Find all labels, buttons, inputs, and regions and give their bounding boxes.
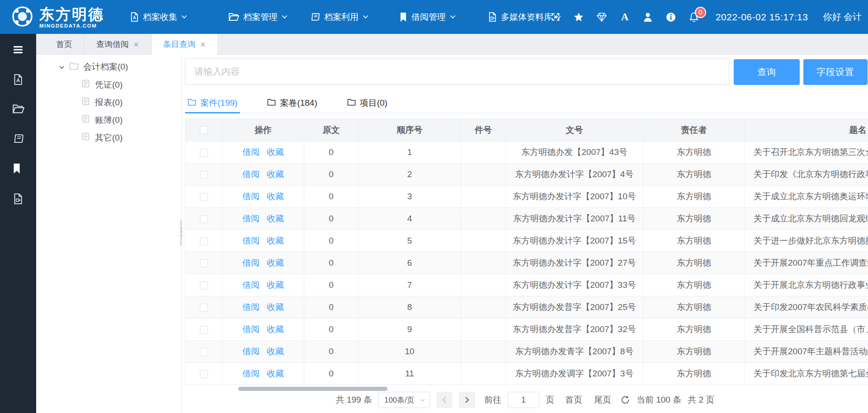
tab-home[interactable]: 首页 (44, 34, 85, 55)
cell-sequence: 4 (359, 208, 461, 230)
row-checkbox[interactable] (200, 171, 208, 179)
tree-node-accounting-archive[interactable]: 会计档案(0) (36, 58, 181, 76)
row-checkbox[interactable] (200, 304, 208, 312)
tree-node-ledger[interactable]: 账簿(0) (36, 111, 181, 129)
col-header-responsible: 责任者 (643, 119, 745, 141)
user-greeting[interactable]: 你好 会计 (823, 11, 862, 23)
prev-page-button[interactable] (436, 392, 453, 408)
info-icon[interactable] (666, 12, 676, 22)
chevron-down-icon (181, 15, 187, 19)
folder-open-icon[interactable] (12, 103, 24, 115)
tree-node-other[interactable]: 其它(0) (36, 129, 181, 146)
close-icon[interactable]: ✕ (200, 41, 206, 48)
horizontal-scrollbar[interactable] (238, 387, 387, 391)
table-row: 借阅收藏 0 8 东方明德办发普字【2007】25号 东方明德 关于印发2007… (185, 296, 868, 319)
favorite-link[interactable]: 收藏 (267, 369, 284, 378)
borrow-link[interactable]: 借阅 (242, 347, 259, 356)
cell-title: 关于印发2007年农民科学素质教 (745, 296, 868, 319)
menu-multimedia-library[interactable]: 多媒体资料库 (487, 0, 561, 34)
favorite-link[interactable]: 收藏 (267, 302, 284, 312)
cell-item-no (461, 296, 506, 319)
page-size-select[interactable]: 100条/页 (378, 392, 430, 408)
favorite-link[interactable]: 收藏 (267, 192, 284, 201)
row-checkbox[interactable] (200, 282, 208, 290)
media-file-icon[interactable] (12, 193, 24, 205)
tree-node-voucher[interactable]: 凭证(0) (36, 76, 181, 94)
row-checkbox[interactable] (200, 326, 208, 334)
borrow-link[interactable]: 借阅 (242, 192, 259, 201)
borrow-link[interactable]: 借阅 (242, 369, 259, 378)
goto-page-input[interactable] (508, 392, 539, 408)
font-size-icon[interactable]: A (620, 12, 630, 22)
subtab-projects[interactable]: 项目(0) (344, 93, 390, 113)
document-icon (82, 115, 90, 125)
cell-original: 0 (304, 363, 359, 385)
bookmark-icon[interactable] (12, 163, 24, 175)
book-icon[interactable] (12, 133, 24, 145)
chevron-down-icon (450, 15, 456, 19)
cell-sequence: 3 (359, 186, 461, 208)
favorite-link[interactable]: 收藏 (267, 347, 284, 356)
row-checkbox[interactable] (200, 348, 208, 356)
favorite-link[interactable]: 收藏 (267, 236, 284, 245)
cell-title: 关于开展全国科普示范县（市、 (745, 319, 868, 341)
favorite-link[interactable]: 收藏 (267, 214, 284, 223)
menu-borrow-manage[interactable]: 借阅管理 (399, 0, 456, 34)
row-checkbox[interactable] (200, 370, 208, 378)
file-pdf-icon[interactable] (12, 74, 24, 85)
cell-doc-no: 东方明德办发计字【2007】10号 (506, 186, 643, 208)
cell-sequence: 7 (359, 274, 461, 296)
chevron-down-icon (282, 15, 288, 19)
borrow-link[interactable]: 借阅 (242, 324, 259, 334)
hamburger-menu-icon[interactable] (12, 44, 24, 56)
cell-title: 关于印发《北京东方明德行政事 (745, 164, 868, 186)
subtab-label: 项目(0) (360, 97, 387, 109)
tab-entry-query[interactable]: 条目查询 ✕ (151, 34, 218, 55)
row-checkbox[interactable] (200, 259, 208, 268)
select-all-checkbox[interactable] (200, 126, 208, 134)
row-checkbox[interactable] (200, 237, 208, 245)
field-settings-button[interactable]: 字段设置 (803, 59, 868, 85)
gem-icon[interactable] (597, 12, 607, 22)
last-page-link[interactable]: 尾页 (594, 394, 611, 406)
notification-bell-icon[interactable]: 0 (689, 12, 699, 22)
tab-query-borrow[interactable]: 查询借阅 ✕ (85, 34, 151, 55)
menu-archive-collect[interactable]: 档案收集 (129, 0, 187, 34)
query-button[interactable]: 查询 (734, 59, 800, 85)
borrow-link[interactable]: 借阅 (242, 258, 259, 268)
borrow-link[interactable]: 借阅 (242, 214, 259, 223)
close-icon[interactable]: ✕ (133, 41, 139, 48)
cell-item-no (461, 164, 506, 186)
favorite-link[interactable]: 收藏 (267, 147, 284, 157)
borrow-link[interactable]: 借阅 (242, 147, 259, 157)
menu-archive-manage[interactable]: 档案管理 (228, 0, 288, 34)
favorite-link[interactable]: 收藏 (267, 169, 284, 179)
menu-archive-use[interactable]: 档案利用 (310, 0, 368, 34)
borrow-link[interactable]: 借阅 (242, 236, 259, 245)
row-checkbox[interactable] (200, 215, 208, 223)
file-pdf-icon (129, 12, 139, 22)
table-row: 借阅收藏 0 4 东方明德办发计字【2007】11号 东方明德 关于成立北京东方… (185, 208, 868, 230)
first-page-link[interactable]: 首页 (565, 394, 582, 406)
fullscreen-icon[interactable] (551, 12, 561, 22)
next-page-button[interactable] (459, 392, 475, 408)
caret-down-icon[interactable] (59, 62, 65, 72)
subtab-folders[interactable]: 案卷(184) (264, 93, 320, 113)
borrow-link[interactable]: 借阅 (242, 280, 259, 290)
borrow-link[interactable]: 借阅 (242, 169, 259, 179)
row-checkbox[interactable] (200, 193, 208, 201)
borrow-link[interactable]: 借阅 (242, 302, 259, 312)
search-input[interactable] (185, 58, 729, 85)
favorite-link[interactable]: 收藏 (267, 324, 284, 334)
user-icon[interactable] (643, 12, 653, 22)
refresh-icon[interactable] (620, 395, 630, 405)
row-checkbox[interactable] (200, 149, 208, 157)
favorite-link[interactable]: 收藏 (267, 258, 284, 268)
favorite-link[interactable]: 收藏 (267, 280, 284, 290)
cell-original: 0 (304, 186, 359, 208)
subtab-cases[interactable]: 案件(199) (185, 93, 240, 113)
cell-responsible: 东方明德 (643, 252, 745, 274)
tree-node-report[interactable]: 报表(0) (36, 94, 181, 111)
brand-logo[interactable]: 东方明德 MINGDEDATA.COM (12, 6, 104, 29)
star-icon[interactable] (574, 12, 584, 22)
